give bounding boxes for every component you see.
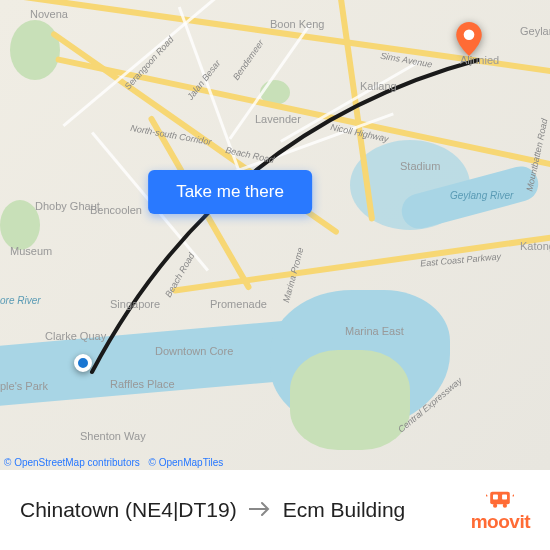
take-me-there-button[interactable]: Take me there <box>148 170 312 214</box>
tiles-link[interactable]: © OpenMapTiles <box>149 457 224 468</box>
road-major <box>172 232 550 294</box>
svg-point-5 <box>503 504 507 508</box>
area-label: Bencoolen <box>90 204 142 216</box>
road-minor <box>178 6 242 176</box>
area-label: Geylang <box>520 25 550 37</box>
arrow-right-icon <box>249 498 271 522</box>
park-area <box>290 350 410 450</box>
route-text: Chinatown (NE4|DT19) Ecm Building <box>20 498 471 522</box>
area-label: Lavender <box>255 113 301 125</box>
svg-point-4 <box>493 504 497 508</box>
svg-rect-2 <box>493 495 498 500</box>
park-area <box>0 200 40 250</box>
destination-label: Ecm Building <box>283 498 406 522</box>
osm-link[interactable]: © OpenStreetMap contributors <box>4 457 140 468</box>
road-minor <box>229 23 312 139</box>
road-label: Bendemeer <box>231 38 266 82</box>
area-label: Novena <box>30 8 68 20</box>
area-label: Promenade <box>210 298 267 310</box>
cta-label: Take me there <box>176 182 284 201</box>
area-label: Singapore <box>110 298 160 310</box>
pin-icon <box>456 22 482 56</box>
destination-marker[interactable] <box>456 22 482 48</box>
map-viewport[interactable]: NovenaBoon KengKallangLavenderGeylangAlj… <box>0 0 550 470</box>
route-summary-bar: Chinatown (NE4|DT19) Ecm Building moovit <box>0 470 550 550</box>
moovit-logo[interactable]: moovit <box>471 487 530 533</box>
area-label: Dhoby Ghaut <box>35 200 100 212</box>
map-attribution: © OpenStreetMap contributors © OpenMapTi… <box>4 457 229 468</box>
park-area <box>10 20 60 80</box>
origin-label: Chinatown (NE4|DT19) <box>20 498 237 522</box>
water-label: ore River <box>0 295 41 306</box>
svg-point-0 <box>464 29 475 40</box>
bus-icon <box>486 487 514 509</box>
area-label: Shenton Way <box>80 430 146 442</box>
origin-marker[interactable] <box>74 354 92 372</box>
area-label: Boon Keng <box>270 18 324 30</box>
svg-rect-3 <box>502 495 507 500</box>
road-major <box>55 56 550 170</box>
brand-name: moovit <box>471 511 530 533</box>
